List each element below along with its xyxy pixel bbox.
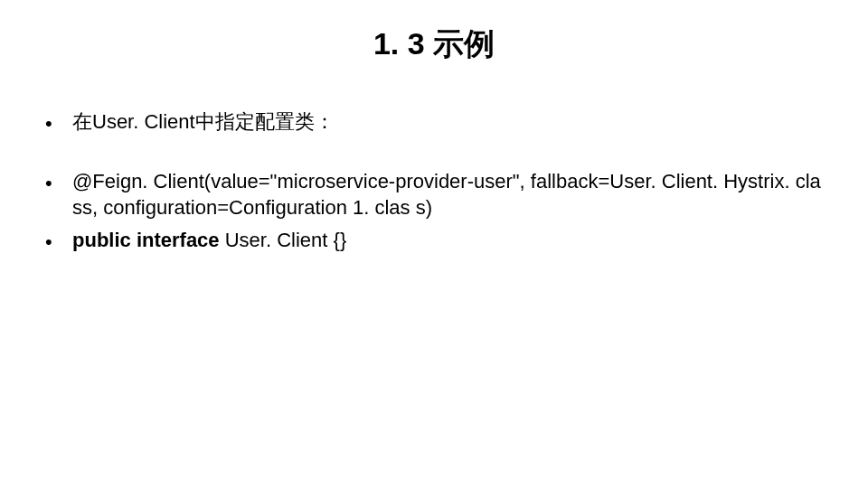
bold-text: public interface <box>72 229 225 251</box>
slide-content: • 在User. Client中指定配置类： • @Feign. Client(… <box>0 74 868 256</box>
bullet-text: 在User. Client中指定配置类： <box>72 108 823 137</box>
bullet-marker: • <box>45 168 72 221</box>
bullet-marker: • <box>45 227 72 256</box>
plain-text: User. Client {} <box>225 229 347 251</box>
slide-title: 1. 3 示例 <box>0 0 868 74</box>
slide-container: 1. 3 示例 • 在User. Client中指定配置类： • @Feign.… <box>0 0 868 488</box>
bullet-text: public interface User. Client {} <box>72 227 823 256</box>
bullet-marker: • <box>45 108 72 137</box>
bullet-item: • 在User. Client中指定配置类： <box>45 108 823 137</box>
bullet-text: @Feign. Client(value="microservice-provi… <box>72 168 823 221</box>
bullet-item: • public interface User. Client {} <box>45 227 823 256</box>
bullet-item: • @Feign. Client(value="microservice-pro… <box>45 168 823 221</box>
